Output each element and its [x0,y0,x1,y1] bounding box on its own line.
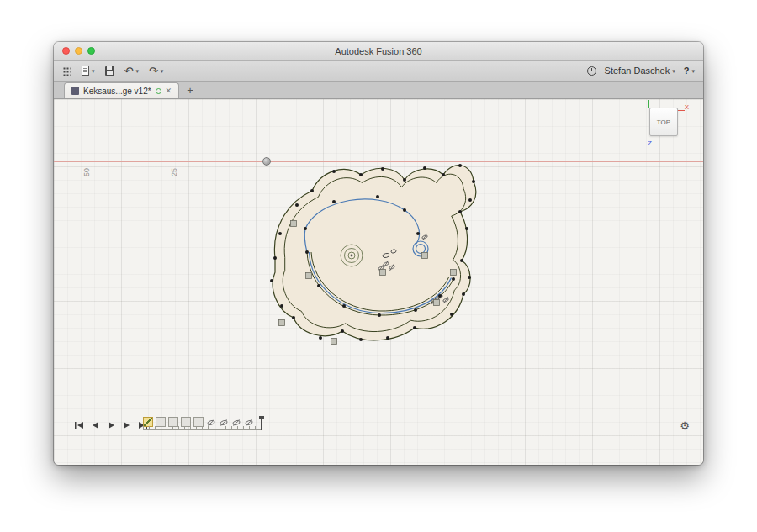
fusion360-window: Autodesk Fusion 360 ▾ ↶ ▾ [54,42,703,465]
view-cube-x-label: X [685,103,689,111]
file-menu-button[interactable]: ▾ [82,66,95,76]
step-forward-button[interactable] [122,421,132,429]
grid-scale-label: 25 [170,168,178,176]
undo-icon: ↶ [124,66,134,76]
zoom-window-button[interactable] [87,47,95,55]
minimize-window-button[interactable] [75,47,82,55]
step-back-icon [90,421,100,429]
toolbar-right-group: Stefan Daschek ▾ ? ▾ [587,66,695,76]
timeline-playbar [74,421,148,429]
step-back-button[interactable] [90,421,100,429]
chevron-down-icon: ▾ [691,68,695,74]
tab-close-button[interactable]: ✕ [166,87,172,95]
file-icon [82,66,89,76]
timeline-position-marker[interactable] [261,417,262,430]
document-tabbar: Keksaus...ge v12* ✕ + [54,82,703,99]
design-canvas[interactable]: 50 25 TOP X Z [54,99,703,465]
undo-button[interactable]: ↶ ▾ [124,66,139,76]
view-cube-y-axis-line [648,100,649,108]
user-account-menu[interactable]: Stefan Daschek ▾ [605,66,675,76]
job-status-button[interactable] [587,66,596,76]
skip-start-icon [74,421,84,429]
redo-icon: ↷ [149,66,158,76]
help-icon: ? [684,66,690,76]
chevron-down-icon: ▾ [161,68,164,74]
close-window-button[interactable] [62,47,70,55]
view-cube[interactable]: TOP X Z [649,108,678,136]
timeline-ruler [143,426,262,430]
play-button[interactable] [106,421,116,429]
save-button[interactable] [105,66,114,76]
clock-icon [587,66,596,76]
toolbar-left-group: ▾ ↶ ▾ ↷ ▾ [62,66,163,76]
app-grid-icon [62,66,71,76]
redo-button[interactable]: ↷ ▾ [149,66,163,76]
view-cube-z-label: Z [648,140,652,147]
sketch-geometry[interactable] [260,153,483,363]
user-name: Stefan Daschek [605,66,670,76]
help-menu[interactable]: ? ▾ [684,66,695,76]
save-icon [105,66,114,76]
unsaved-status-icon [156,88,161,94]
main-toolbar: ▾ ↶ ▾ ↷ ▾ Stefan Daschek [54,61,703,82]
go-to-start-button[interactable] [74,421,84,429]
play-icon [106,421,116,429]
chevron-down-icon: ▾ [92,68,95,74]
grid-scale-label: 50 [82,168,91,176]
desktop: Autodesk Fusion 360 ▾ ↶ ▾ [0,0,757,532]
step-forward-icon [122,421,132,429]
chevron-down-icon: ▾ [672,68,675,74]
view-cube-top-face[interactable]: TOP [649,108,678,136]
settings-button[interactable]: ⚙ [680,420,690,431]
titlebar[interactable]: Autodesk Fusion 360 [54,42,703,61]
gear-icon: ⚙ [680,419,690,432]
traffic-lights [62,42,95,60]
new-tab-button[interactable]: + [187,85,193,96]
app-grid-button[interactable] [62,66,71,76]
document-tab[interactable]: Keksaus...ge v12* ✕ [64,82,179,98]
window-title: Autodesk Fusion 360 [335,46,421,56]
chevron-down-icon: ▾ [135,68,139,74]
document-icon [71,87,79,95]
document-tab-label: Keksaus...ge v12* [83,87,151,96]
